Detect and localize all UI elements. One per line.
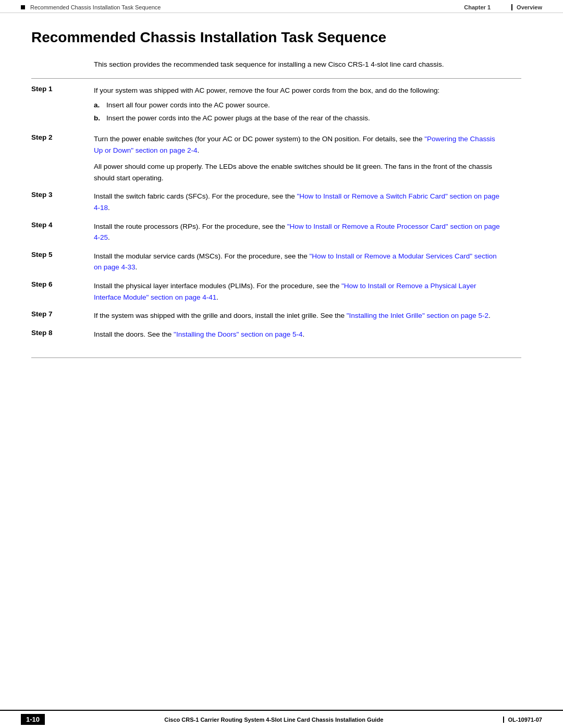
step-6-text-after: . [216, 293, 218, 301]
header-right: Chapter 1 Overview [464, 4, 542, 10]
step-3-text-before: Install the switch fabric cards (SFCs). … [94, 192, 297, 200]
step-2-content: Turn the power enable switches (for your… [94, 133, 500, 183]
step-4-row: Step 4 Install the route processors (RPs… [31, 221, 521, 243]
page-title: Recommended Chassis Installation Task Se… [31, 29, 521, 46]
step-8-text-before: Install the doors. See the [94, 330, 174, 338]
step-1-row: Step 1 If your system was shipped with A… [31, 85, 521, 126]
footer-doc-number: OL-10971-07 [503, 717, 542, 723]
step-4-content: Install the route processors (RPs). For … [94, 221, 500, 243]
step-3-label: Step 3 [31, 191, 94, 199]
step-5-text-after: . [136, 263, 138, 271]
step-8-text-after: . [303, 330, 305, 338]
step-2-text-before: Turn the power enable switches (for your… [94, 135, 424, 143]
step-3-row: Step 3 Install the switch fabric cards (… [31, 191, 521, 213]
header-chapter-label: Chapter 1 [464, 4, 491, 10]
step-3-content: Install the switch fabric cards (SFCs). … [94, 191, 500, 213]
step-8-link[interactable]: "Installing the Doors" section on page 5… [174, 330, 302, 338]
step-3-text-after: . [108, 204, 110, 212]
step-5-content: Install the modular service cards (MSCs)… [94, 251, 500, 273]
divider-bottom [31, 357, 521, 358]
step-1-text: If your system was shipped with AC power… [94, 87, 439, 94]
header-section-title: Recommended Chassis Installation Task Se… [30, 4, 161, 10]
step-2-label: Step 2 [31, 133, 94, 141]
step-6-content: Install the physical layer interface mod… [94, 280, 500, 303]
step-1a-text: Insert all four power cords into the AC … [106, 100, 270, 111]
footer-page-number: 1-10 [21, 714, 45, 725]
step-5-text-before: Install the modular service cards (MSCs)… [94, 252, 309, 260]
step-1a-label: a. [94, 100, 106, 111]
step-1-label: Step 1 [31, 85, 94, 93]
page-container: Recommended Chassis Installation Task Se… [0, 0, 563, 728]
header-chapter-title: Overview [511, 4, 542, 10]
step-4-text-after: . [108, 233, 110, 241]
intro-paragraph: This section provides the recommended ta… [94, 59, 521, 70]
step-6-text-before: Install the physical layer interface mod… [94, 282, 341, 290]
page-header: Recommended Chassis Installation Task Se… [0, 0, 563, 13]
step-7-link[interactable]: "Installing the Inlet Grille" section on… [347, 312, 488, 319]
step-1b-label: b. [94, 113, 106, 124]
step-8-label: Step 8 [31, 329, 94, 337]
step-7-row: Step 7 If the system was shipped with th… [31, 310, 521, 322]
step-5-label: Step 5 [31, 251, 94, 258]
header-left: Recommended Chassis Installation Task Se… [21, 4, 161, 10]
step-7-text-after: . [488, 312, 491, 319]
step-2-text-after: . [197, 146, 199, 154]
step-1-content: If your system was shipped with AC power… [94, 85, 500, 126]
step-5-row: Step 5 Install the modular service cards… [31, 251, 521, 273]
step-1b: b. Insert the power cords into the AC po… [94, 113, 500, 124]
step-4-label: Step 4 [31, 221, 94, 229]
step-8-row: Step 8 Install the doors. See the "Insta… [31, 329, 521, 340]
steps-container: Step 1 If your system was shipped with A… [31, 79, 521, 353]
step-1-sublist: a. Insert all four power cords into the … [94, 100, 500, 124]
step-4-text-before: Install the route processors (RPs). For … [94, 223, 287, 230]
step-8-content: Install the doors. See the "Installing t… [94, 329, 500, 340]
footer-doc-title: Cisco CRS-1 Carrier Routing System 4-Slo… [164, 717, 383, 723]
step-6-row: Step 6 Install the physical layer interf… [31, 280, 521, 303]
step-6-label: Step 6 [31, 280, 94, 288]
main-content: Recommended Chassis Installation Task Se… [0, 13, 563, 374]
step-1a: a. Insert all four power cords into the … [94, 100, 500, 111]
step-2-extra: All power should come up properly. The L… [94, 161, 500, 183]
step-7-text-before: If the system was shipped with the grill… [94, 312, 347, 319]
header-square-icon [21, 5, 25, 9]
step-1b-text: Insert the power cords into the AC power… [106, 113, 370, 124]
step-7-content: If the system was shipped with the grill… [94, 310, 500, 322]
step-7-label: Step 7 [31, 310, 94, 318]
page-footer: 1-10 Cisco CRS-1 Carrier Routing System … [0, 710, 563, 728]
step-2-row: Step 2 Turn the power enable switches (f… [31, 133, 521, 183]
